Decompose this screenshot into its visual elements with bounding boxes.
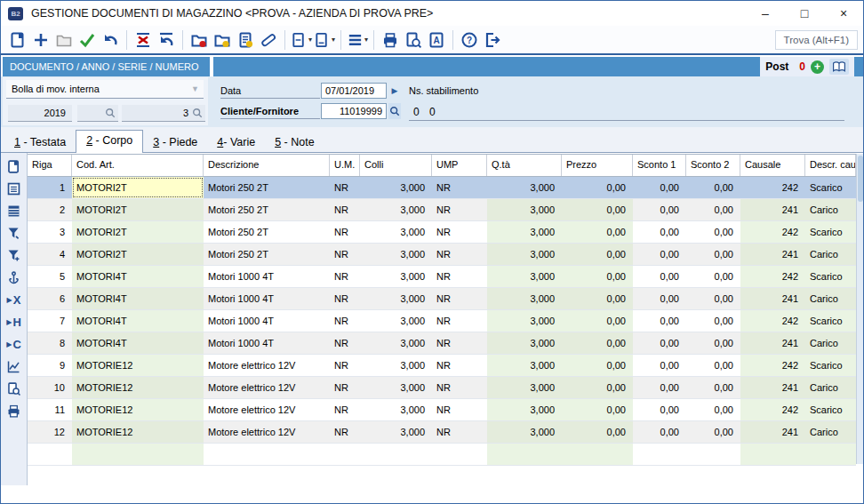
grid-cell[interactable]: Carico — [805, 332, 856, 354]
grid-cell[interactable]: 0,00 — [633, 421, 686, 443]
grid-cell[interactable]: 0,00 — [686, 288, 740, 309]
grid-cell[interactable]: 3,000 — [360, 421, 432, 443]
grid-cell[interactable]: MOTORI4T — [72, 332, 204, 354]
grid-cell[interactable]: 0,00 — [562, 221, 633, 243]
grid-cell[interactable]: 0,00 — [562, 310, 633, 332]
undo-button[interactable] — [100, 29, 121, 51]
table-row[interactable]: 1MOTORI2TMotori 250 2TNR3,000NR3,0000,00… — [28, 177, 856, 199]
column-header[interactable]: Descrizione — [204, 155, 330, 176]
column-header[interactable]: Causale — [740, 155, 805, 176]
grid-cell[interactable]: 242 — [740, 355, 805, 376]
open-folder-button[interactable] — [53, 29, 75, 51]
grid-cell[interactable]: Motore elettrico 12V — [204, 355, 330, 376]
table-row[interactable]: 4MOTORI2TMotori 250 2TNR3,000NR3,0000,00… — [28, 244, 856, 266]
column-header[interactable]: Q.tà — [487, 155, 562, 176]
table-row[interactable]: 11MOTORIE12Motore elettrico 12VNR3,000NR… — [28, 399, 856, 421]
grid-cell[interactable]: 241 — [740, 244, 805, 265]
grid-cell[interactable]: 0,00 — [562, 177, 633, 198]
tab-2[interactable]: 2 - Corpo — [76, 130, 143, 153]
grid-cell[interactable]: Motori 1000 4T — [204, 332, 330, 354]
goto-h-button[interactable]: ▶H — [4, 311, 25, 333]
grid-cell[interactable]: 3,000 — [360, 266, 432, 287]
table-row[interactable]: 6MOTORI4TMotori 1000 4TNR3,000NR3,0000,0… — [28, 288, 856, 310]
add-post-button[interactable]: + — [811, 60, 824, 74]
grid-cell[interactable]: 242 — [740, 399, 805, 420]
date-next-button[interactable]: ▶ — [388, 83, 401, 99]
tab-5[interactable]: 5 - Note — [265, 132, 324, 153]
journal-button[interactable] — [4, 156, 25, 178]
grid-cell[interactable]: MOTORI2T — [72, 221, 204, 243]
grid-cell[interactable]: 3,000 — [487, 332, 562, 354]
tab-3[interactable]: 3 - Piede — [143, 132, 207, 153]
grid-cell[interactable]: NR — [432, 221, 487, 243]
grid-cell[interactable]: 10 — [28, 377, 72, 398]
grid-cell[interactable]: 241 — [740, 288, 805, 309]
grid-cell[interactable]: MOTORI2T — [72, 244, 204, 265]
grid-cell[interactable]: 3,000 — [487, 199, 562, 220]
grid-cell[interactable]: 0,00 — [686, 244, 740, 265]
grid-cell[interactable]: 0,00 — [633, 177, 686, 198]
grid-cell[interactable]: NR — [330, 221, 360, 243]
column-header[interactable]: Colli — [360, 155, 432, 176]
notes-book-button[interactable] — [829, 59, 849, 75]
grid-cell[interactable]: 5 — [28, 266, 72, 287]
column-header[interactable]: Descr. cau — [805, 155, 856, 176]
grid-cell[interactable]: Scarico — [805, 355, 856, 376]
grid-cell[interactable]: Carico — [805, 421, 856, 443]
grid-cell[interactable]: 3,000 — [360, 221, 432, 243]
grid-cell[interactable]: MOTORI2T — [72, 177, 204, 198]
grid-cell[interactable]: 0,00 — [562, 199, 633, 220]
minimize-button[interactable]: – — [746, 1, 785, 26]
grid-cell[interactable]: Motori 250 2T — [204, 177, 330, 198]
grid-cell[interactable] — [360, 444, 432, 465]
grid-cell[interactable] — [204, 444, 330, 465]
grid-cell[interactable]: 3,000 — [360, 310, 432, 332]
grid-cell[interactable]: 0,00 — [686, 421, 740, 443]
grid-cell[interactable]: 0,00 — [686, 199, 740, 220]
numero-field[interactable]: 3 — [122, 105, 205, 122]
row-print-button[interactable] — [4, 400, 25, 422]
filter-button[interactable] — [4, 222, 25, 244]
grid-cell[interactable]: Motori 250 2T — [204, 244, 330, 265]
grid-cell[interactable]: Carico — [805, 377, 856, 398]
restore-button[interactable] — [156, 29, 177, 51]
grid-cell[interactable]: 3,000 — [487, 177, 562, 198]
exit-button[interactable] — [482, 29, 503, 51]
table-view-button[interactable] — [4, 200, 25, 222]
data-input[interactable]: 07/01/2019 — [321, 83, 387, 99]
grid-cell[interactable]: 0,00 — [562, 377, 633, 398]
grid-cell[interactable]: 3,000 — [487, 266, 562, 287]
grid-cell[interactable]: NR — [330, 199, 360, 220]
delete-button[interactable] — [132, 29, 154, 51]
column-header[interactable]: Sconto 2 — [686, 155, 740, 176]
table-row[interactable]: 2MOTORI2TMotori 250 2TNR3,000NR3,0000,00… — [28, 199, 856, 221]
grid-cell[interactable]: Motore elettrico 12V — [204, 399, 330, 420]
grid-cell[interactable]: 242 — [740, 310, 805, 332]
grid-cell[interactable]: 0,00 — [633, 244, 686, 265]
table-row[interactable]: 7MOTORI4TMotori 1000 4TNR3,000NR3,0000,0… — [28, 310, 856, 332]
folder-yellow-button[interactable] — [212, 29, 233, 51]
grid-cell[interactable]: Motori 1000 4T — [204, 266, 330, 287]
help-button[interactable]: ? — [459, 29, 480, 51]
grid-cell[interactable]: NR — [432, 288, 487, 309]
confirm-button[interactable] — [76, 29, 98, 51]
document-in-menu-button[interactable]: ▾ — [314, 29, 335, 51]
grid-cell[interactable]: Scarico — [805, 221, 856, 243]
grid-cell[interactable]: 8 — [28, 332, 72, 354]
grid-cell[interactable]: MOTORIE12 — [72, 377, 204, 398]
grid-cell[interactable]: 0,00 — [686, 177, 740, 198]
grid-cell[interactable]: 3,000 — [487, 421, 562, 443]
grid-cell[interactable]: 0,00 — [686, 355, 740, 376]
grid-cell[interactable]: NR — [330, 288, 360, 309]
scrollbar-thumb[interactable] — [858, 156, 863, 202]
grid-cell[interactable]: NR — [432, 399, 487, 420]
goto-c-button[interactable]: ▶C — [4, 333, 25, 356]
grid-cell[interactable]: 241 — [740, 421, 805, 443]
tab-1[interactable]: 1 - Testata — [4, 132, 76, 153]
document-out-menu-button[interactable]: ▾ — [291, 29, 312, 51]
grid-cell[interactable]: 3,000 — [360, 332, 432, 354]
grid-cell[interactable]: 0,00 — [633, 266, 686, 287]
grid-cell[interactable]: 0,00 — [562, 399, 633, 420]
grid-cell[interactable] — [805, 444, 856, 465]
grid-cell[interactable]: 242 — [740, 266, 805, 287]
